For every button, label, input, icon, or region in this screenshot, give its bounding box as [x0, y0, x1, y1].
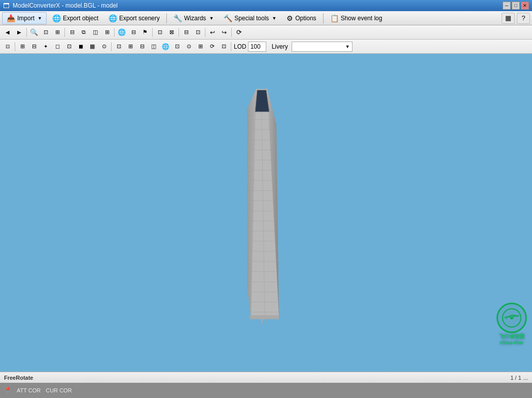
nav-forward-button[interactable]: ▶	[14, 27, 25, 38]
menu-wizards[interactable]: 🔧 Wizards ▼	[169, 12, 218, 24]
show-event-log-label: Show event log	[341, 15, 382, 22]
view-btn1[interactable]: ⊟	[66, 27, 78, 38]
tb2-btn5[interactable]: ◻	[52, 41, 63, 52]
zoom-fit-button[interactable]: 🔍	[28, 27, 40, 38]
att-cor-label: ATT COR	[17, 387, 41, 393]
tb1-btn4[interactable]: ⊡	[192, 27, 203, 38]
livery-dropdown[interactable]: ▼	[292, 42, 352, 52]
refresh-button[interactable]: ⟳	[233, 27, 244, 38]
maximize-button[interactable]: □	[512, 2, 520, 10]
tb2-sep1	[15, 42, 15, 51]
tb2-btn3[interactable]: ⊟	[28, 41, 40, 52]
watermark-brand1: 飞行者联盟	[499, 333, 524, 340]
title-bar: 🗖 ModelConverterX - model.BGL - model ─ …	[0, 0, 532, 11]
globe-button[interactable]: 🌐	[116, 27, 127, 38]
export-scenery-label: Export scenery	[119, 15, 160, 22]
tb2-btn9[interactable]: ⊙	[98, 41, 110, 52]
menu-import[interactable]: 📥 Import ▼	[2, 12, 47, 24]
menu-sep2	[323, 13, 324, 23]
options-icon: ⚙	[287, 14, 293, 22]
import-icon: 📥	[7, 14, 15, 22]
bottom-strip: 📍 ATT COR CUR COR	[0, 383, 532, 398]
grid-view-button[interactable]: ▦	[502, 13, 515, 24]
menu-export-scenery[interactable]: 🌐 Export scenery	[104, 12, 164, 24]
close-button[interactable]: ✕	[521, 2, 529, 10]
wizards-icon: 🔧	[173, 14, 182, 22]
tb2-btn16[interactable]: ⊙	[183, 41, 194, 52]
svg-marker-27	[261, 318, 263, 324]
tb2-btn10[interactable]: ⊡	[113, 41, 124, 52]
flag-button[interactable]: ⚑	[139, 27, 151, 38]
view-btn3[interactable]: ◫	[90, 27, 101, 38]
nav-back-button[interactable]: ◀	[2, 27, 13, 38]
redo-button[interactable]: ↪	[219, 27, 230, 38]
options-label: Options	[295, 15, 316, 22]
tb1-sep5	[179, 28, 179, 37]
export-scenery-icon: 🌐	[109, 14, 117, 22]
tb1-sep4	[152, 28, 153, 37]
tb2-btn2[interactable]: ⊞	[17, 41, 28, 52]
title-text: ModelConverterX - model.BGL - model	[13, 2, 118, 9]
tb1-sep1	[26, 28, 27, 37]
export-object-icon: 🌐	[52, 14, 61, 22]
building-svg	[246, 84, 287, 327]
status-bar: FreeRotate 1 / 1 ...	[0, 372, 532, 383]
tb2-btn11[interactable]: ⊞	[125, 41, 136, 52]
tb2-btn17[interactable]: ⊞	[195, 41, 206, 52]
menu-show-event-log[interactable]: 📋 Show event log	[326, 12, 387, 24]
special-tools-label: Special tools	[234, 15, 269, 22]
livery-label: Livery	[272, 43, 288, 50]
tb2-btn6[interactable]: ⊡	[63, 41, 75, 52]
att-cor-icon: 📍	[4, 387, 12, 394]
tb2-btn14[interactable]: 🌐	[160, 41, 171, 52]
tb1-sep6	[205, 28, 205, 37]
node-button[interactable]: ⊞	[52, 27, 63, 38]
tb1-btn1[interactable]: ⊡	[154, 27, 165, 38]
lod-input[interactable]	[248, 42, 266, 52]
mode-text: FreeRotate	[4, 375, 33, 381]
watermark-circle	[496, 303, 527, 333]
arrow-button[interactable]: ⊟	[128, 27, 139, 38]
menu-options[interactable]: ⚙ Options	[282, 12, 321, 24]
tb1-sep7	[231, 28, 232, 37]
menu-export-object[interactable]: 🌐 Export object	[48, 12, 103, 24]
livery-dropdown-arrow: ▼	[345, 44, 350, 49]
minimize-button[interactable]: ─	[503, 2, 511, 10]
tb2-btn13[interactable]: ◫	[148, 41, 159, 52]
svg-rect-26	[250, 315, 279, 319]
toolbar1: ◀ ▶ 🔍 ⊡ ⊞ ⊟ ⧉ ◫ ⊞ 🌐 ⊟ ⚑ ⊡ ⊠ ⊟ ⊡ ↩ ↪ ⟳	[0, 25, 532, 40]
tb2-btn7[interactable]: ◼	[75, 41, 86, 52]
tb1-btn3[interactable]: ⊟	[181, 27, 192, 38]
lod-label: LOD	[234, 43, 246, 50]
title-controls: ─ □ ✕	[503, 2, 529, 10]
tb1-sep3	[114, 28, 115, 37]
tb2-btn19[interactable]: ⊡	[218, 41, 229, 52]
view-btn4[interactable]: ⊞	[101, 27, 113, 38]
tb2-btn18[interactable]: ⟳	[206, 41, 218, 52]
tb2-sep2	[111, 42, 112, 51]
tb2-btn8[interactable]: ▦	[87, 41, 98, 52]
tb2-btn1[interactable]: ⊡	[2, 41, 13, 52]
undo-button[interactable]: ↩	[207, 27, 218, 38]
menu-special-tools[interactable]: 🔨 Special tools ▼	[219, 12, 281, 24]
watermark: 飞行者联盟 China Flier	[496, 303, 527, 345]
wizards-label: Wizards	[184, 15, 206, 22]
special-tools-icon: 🔨	[224, 14, 232, 22]
import-arrow: ▼	[38, 16, 42, 21]
view-btn2[interactable]: ⧉	[78, 27, 89, 38]
livery-value	[294, 43, 296, 50]
help-button[interactable]: ?	[517, 13, 530, 24]
event-log-icon: 📋	[330, 14, 339, 22]
tb2-btn4[interactable]: ✦	[40, 41, 51, 52]
status-right: 1 / 1 ...	[510, 375, 528, 381]
tb2-btn15[interactable]: ⊡	[171, 41, 183, 52]
page-suffix: ...	[523, 375, 528, 381]
tb2-btn12[interactable]: ⊟	[136, 41, 148, 52]
app-icon: 🗖	[3, 2, 10, 10]
select-button[interactable]: ⊡	[40, 27, 51, 38]
viewport[interactable]: 飞行者联盟 China Flier	[0, 54, 532, 372]
tb1-btn2[interactable]: ⊠	[166, 27, 177, 38]
cur-cor-label: CUR COR	[46, 387, 72, 393]
menu-sep1	[166, 13, 167, 23]
status-left: FreeRotate	[4, 375, 33, 381]
